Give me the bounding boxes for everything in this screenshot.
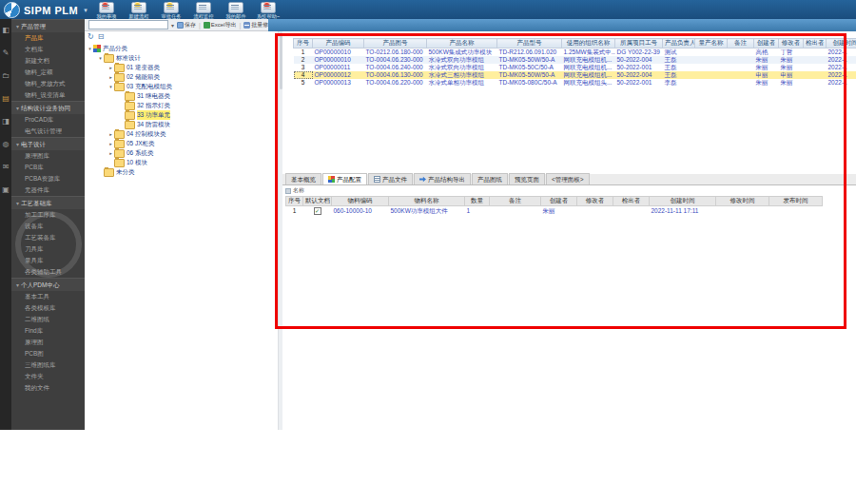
sidebar-item[interactable]: 产品库 <box>11 32 85 44</box>
tool-icon[interactable]: ◨ <box>0 110 11 133</box>
tool-icon[interactable]: ✎ <box>0 42 11 65</box>
tool-icon[interactable]: 🗀 <box>0 65 11 87</box>
sidebar-item[interactable]: PCBA资源库 <box>11 173 85 184</box>
app-logo[interactable]: SIPM PLM ▾ <box>4 2 88 18</box>
tree-node[interactable]: ▸06 系统类 <box>85 148 278 158</box>
chevron-down-icon[interactable]: ▾ <box>84 7 88 14</box>
sidebar-item[interactable]: 我的文件 <box>11 382 85 394</box>
sidebar-item[interactable]: 各类模板库 <box>11 302 85 314</box>
column-header[interactable]: 创建时间 <box>827 39 856 48</box>
approval-tasks-icon[interactable]: 审批任务 <box>155 1 187 18</box>
column-header[interactable]: 修改时间 <box>716 197 769 206</box>
my-tasks-icon[interactable]: 我的事项 <box>90 1 123 18</box>
column-header[interactable]: 产品编码 <box>313 39 364 48</box>
refresh-icon[interactable]: ↻ <box>88 32 94 43</box>
tree-node[interactable]: ▸01 逆变器类 <box>85 63 278 72</box>
sidebar-item[interactable]: 原理图 <box>11 337 85 348</box>
tool-icon[interactable]: ◍ <box>0 133 11 156</box>
table-row[interactable]: 1OP00000010TO-0212.06.180-000500KW集成式功率模… <box>294 48 856 57</box>
sidebar-item[interactable]: 基本工具 <box>11 291 85 302</box>
sidebar-item[interactable]: Find库 <box>11 325 85 337</box>
sidebar-item[interactable]: 各类辅助工具 <box>11 266 85 278</box>
sidebar-item[interactable]: 设备库 <box>11 221 85 232</box>
filter-icon[interactable] <box>285 188 291 194</box>
sidebar-item[interactable]: 物料_设变清单 <box>11 89 85 101</box>
column-header[interactable]: 序号 <box>286 197 303 206</box>
tool-icon[interactable]: ✉ <box>0 156 11 179</box>
column-header[interactable]: 产品图号 <box>364 39 427 48</box>
sidebar-item[interactable]: 文档库 <box>11 44 85 55</box>
tool-icon[interactable]: ▣ <box>0 179 11 202</box>
chevron-right-icon[interactable]: ▸ <box>107 72 114 82</box>
tool-icon[interactable]: ▤ <box>0 87 11 110</box>
tree-node[interactable]: 33 功率单元 <box>85 110 278 120</box>
mail-icon[interactable]: 我的邮件 <box>220 1 252 18</box>
column-header[interactable]: 所属项目工号 <box>615 39 663 48</box>
new-process-icon[interactable]: 新建流程 <box>123 1 155 18</box>
column-header[interactable]: 备注 <box>728 39 754 48</box>
sidebar-item[interactable]: 元器件库 <box>11 184 85 196</box>
chevron-right-icon[interactable]: ▸ <box>107 63 114 72</box>
sidebar-item[interactable]: 二维图纸 <box>11 314 85 325</box>
chevron-down-icon[interactable]: ▾ <box>97 53 104 63</box>
sidebar-item[interactable]: 物料_定额 <box>11 67 85 78</box>
tree-node[interactable]: ▸04 控制模块类 <box>85 129 278 139</box>
tree-node[interactable]: 32 指示灯类 <box>85 101 278 110</box>
tree-node[interactable]: ▸05 JX柜类 <box>85 139 278 148</box>
process-monitor-icon[interactable]: 流程监控 <box>187 1 220 18</box>
sidebar-item[interactable]: 原理图库 <box>11 150 85 162</box>
column-header[interactable]: 数量 <box>465 197 490 206</box>
column-header[interactable]: 产品负责人 <box>663 39 695 48</box>
column-header[interactable]: 备注 <box>490 197 541 206</box>
tree-node[interactable]: ▾03 充配电模组类 <box>85 82 278 91</box>
column-header[interactable]: 量产名称 <box>695 39 728 48</box>
column-header[interactable]: 检出者 <box>613 197 650 206</box>
tree-node[interactable]: 34 防雷模块 <box>85 120 278 129</box>
table-row[interactable]: 1✓060-10000-10500KW功率模组大件1朱丽2022-11-11 1… <box>286 206 823 216</box>
sidebar-item[interactable]: 三维图纸库 <box>11 359 85 371</box>
tree-node[interactable]: 10 模块 <box>85 158 278 167</box>
sidebar-item[interactable]: 工艺装备库 <box>11 232 85 243</box>
column-header[interactable]: 产品型号 <box>497 39 562 48</box>
table-row[interactable]: 2OP00000010TO-0004.06.230-000水冷式双向功率模组TD… <box>294 56 856 64</box>
chevron-right-icon[interactable]: ▸ <box>107 148 114 158</box>
column-header[interactable]: 物料编码 <box>332 197 389 206</box>
sidebar-item[interactable]: 刀具库 <box>11 243 85 255</box>
column-header[interactable]: 发布时间 <box>769 197 823 206</box>
column-header[interactable]: 检出者 <box>804 39 827 48</box>
sidebar-section-header[interactable]: ▾工艺基础库 <box>11 196 85 209</box>
chevron-down-icon[interactable]: ▾ <box>107 82 114 91</box>
tab-管理面板[interactable]: <管理面板> <box>546 173 590 184</box>
collapse-all-icon[interactable]: ⊟ <box>98 32 105 43</box>
sidebar-item[interactable]: 电气设计管理 <box>11 126 85 137</box>
excel-export-button[interactable]: Excel导出 <box>204 21 237 29</box>
tab-基本概览[interactable]: 基本概览 <box>285 173 321 184</box>
help-icon[interactable]: 系统帮助~ <box>252 1 284 18</box>
sidebar-item[interactable]: ProCAD库 <box>11 114 85 126</box>
sidebar-item[interactable]: 新建文档 <box>11 55 85 67</box>
tab-预览页面[interactable]: 预览页面 <box>509 173 545 184</box>
column-header[interactable]: 序号 <box>294 39 313 48</box>
table-row[interactable]: 3OP00000011TO-0004.06.240-000水冷式双向功率模组TD… <box>294 64 856 71</box>
tree-node[interactable]: 31 继电器类 <box>85 91 278 101</box>
column-header[interactable]: 创建者 <box>754 39 779 48</box>
column-header[interactable]: 修改者 <box>577 197 613 206</box>
tree-node[interactable]: ▾产品分类 <box>85 44 278 53</box>
chevron-right-icon[interactable]: ▸ <box>107 129 114 139</box>
table-row[interactable]: 5OP00000013TO-0004.06.220-000水冷式单相功率模组TD… <box>294 79 856 87</box>
chevron-right-icon[interactable]: ▸ <box>107 139 114 148</box>
sidebar-section-header[interactable]: ▾个人PDM中心 <box>11 278 85 291</box>
sidebar-item[interactable]: PCB库 <box>11 162 85 173</box>
tab-产品文件[interactable]: 产品文件 <box>368 173 413 184</box>
column-header[interactable]: 修改者 <box>779 39 804 48</box>
sidebar-item[interactable]: 加工工序库 <box>11 209 85 221</box>
sidebar-item[interactable]: PCB图 <box>11 348 85 359</box>
tree-node[interactable]: 未分类 <box>85 167 278 177</box>
search-input[interactable] <box>88 20 168 29</box>
checkbox-checked-icon[interactable]: ✓ <box>314 207 321 215</box>
filter-dropdown-icon[interactable]: ▾ <box>171 22 174 29</box>
table-row[interactable]: 4OP00000012TO-0004.06.130-000水冷式三相功率模组TD… <box>294 71 856 79</box>
sidebar-section-header[interactable]: ▾电子设计 <box>11 137 85 150</box>
column-header[interactable]: 创建时间 <box>650 197 716 206</box>
sidebar-item[interactable]: 文件夹 <box>11 371 85 382</box>
